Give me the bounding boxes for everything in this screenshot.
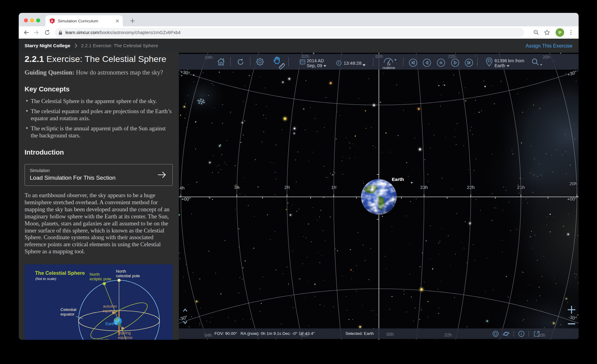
simulation-card-action: Load Simulation For This Section [30, 174, 116, 181]
figure-ceq-label-1: Celestial [60, 307, 76, 312]
ghost-grid-label: 02h [301, 332, 308, 337]
refresh-icon[interactable] [237, 58, 244, 67]
key-concept-item: The ecliptic is the annual apparent path… [25, 125, 174, 139]
figure-spring-label-1: spring [120, 331, 131, 335]
url-text: learn.simcur.com/books/astronomy/chapter… [65, 30, 181, 35]
zoom-in-plus-icon[interactable] [567, 305, 576, 315]
figure-title: The Celestial Sphere [35, 270, 85, 276]
favicon-angular-icon [49, 18, 55, 24]
key-concept-item: The celestial equator and poles are proj… [25, 108, 174, 122]
browser-tab[interactable]: Simulation Curriculum [45, 15, 123, 26]
figure-autumn-label-2: equinox [102, 308, 117, 313]
info-icon[interactable] [518, 331, 525, 338]
sim-date-year: 2014 AD [307, 58, 324, 63]
step-back-icon[interactable] [423, 59, 431, 68]
macos-close-button[interactable] [24, 18, 28, 22]
key-concept-item: The Celestial Sphere is the apparent sph… [25, 98, 174, 105]
page-title-rest: Exercise: The Celestial Sphere [44, 54, 166, 64]
breadcrumb-current: 2.2.1 Exercise: The Celestial Sphere [81, 43, 158, 48]
figure-ncp-dot [117, 279, 121, 282]
orbit-icon[interactable] [503, 331, 510, 338]
home-icon[interactable] [217, 58, 225, 67]
skip-to-end-icon[interactable] [465, 59, 473, 68]
pause-icon[interactable] [437, 59, 445, 68]
pan-down-chevron-icon[interactable] [183, 320, 187, 325]
ghost-grid-label: 00h [375, 54, 382, 59]
sim-date[interactable]: 2014 ADSep, 09 [307, 59, 326, 68]
figure-ncp-label-2: celestial pole [116, 274, 140, 278]
grid-label: 23h [420, 185, 428, 190]
introduction-paragraph: To an earthbound observer, the sky appea… [25, 192, 175, 255]
sim-rate-multiplier: 1x [387, 62, 391, 66]
sim-time[interactable]: 13:48:28 [344, 61, 361, 66]
lesson-panel: 2.2.1 Exercise: The Celestial Sphere Gui… [19, 53, 179, 340]
grid-label: 22h [467, 185, 475, 190]
simulation-card-label: Simulation [30, 168, 50, 173]
play-icon[interactable] [451, 59, 459, 68]
page-title-number: 2.2.1 [25, 54, 44, 64]
figure-ncp-label-1: North [116, 269, 126, 274]
zoom-out-minus-icon[interactable] [568, 320, 576, 326]
key-concepts-heading: Key Concepts [25, 85, 70, 93]
new-tab-button[interactable] [128, 17, 137, 25]
zoom-out-icon[interactable] [533, 29, 540, 36]
sim-location-body: Earth [495, 63, 505, 68]
sim-rate[interactable]: 1xrealtime [383, 63, 395, 70]
padlock-icon [59, 30, 62, 35]
breadcrumb-root-link[interactable]: Starry Night College [25, 43, 70, 48]
status-fov: FOV: 90.00° [214, 331, 237, 336]
search-caret-icon [540, 62, 542, 67]
time-dropdown-caret-icon[interactable] [362, 62, 366, 68]
status-selected: Selected: Earth [345, 331, 374, 336]
settings-gear-icon[interactable] [256, 58, 264, 67]
location-pin-icon[interactable] [486, 57, 493, 68]
forward-icon[interactable] [33, 29, 40, 36]
macos-minimize-button[interactable] [30, 18, 34, 22]
sim-time-value: 13:48:28 [344, 60, 361, 66]
ghost-grid-label: 04h [205, 55, 212, 60]
guiding-question-label: Guiding Question: [25, 69, 74, 76]
figure-ecliptic-label: ecliptic [97, 338, 110, 340]
calendar-icon[interactable] [300, 59, 305, 66]
ghost-grid-label: 00h [386, 332, 393, 337]
back-icon[interactable] [22, 29, 30, 36]
browser-menu-icon[interactable] [567, 29, 575, 36]
grid-label: 20h [569, 181, 577, 186]
sim-location-distance: 61398 km from [495, 58, 524, 63]
url-path: /books/astronomy/chapters/zmGZv6Pxb4 [99, 30, 181, 35]
ghost-grid-label: 22h [448, 54, 455, 59]
grid-label: 3h [234, 185, 240, 190]
skip-to-start-icon[interactable] [409, 59, 417, 68]
figure-earth-label: Earth [106, 321, 115, 326]
sim-location[interactable]: 61398 km fromEarth [495, 59, 524, 68]
figure-spring-label-2: equinox [118, 335, 133, 340]
search-icon[interactable] [531, 58, 539, 67]
assign-exercise-link[interactable]: Assign This Exercise [526, 43, 572, 49]
url-domain: learn.simcur.com [65, 30, 99, 35]
earth-label: Earth [392, 177, 404, 182]
arrow-right-icon [158, 171, 166, 178]
page-title: 2.2.1 Exercise: The Celestial Sphere [25, 54, 178, 64]
pan-up-chevron-icon[interactable] [183, 308, 187, 313]
measure-ruler-icon[interactable] [278, 62, 286, 72]
celestial-sphere-figure: The Celestial Sphere (Not to scale) [25, 264, 173, 340]
reload-icon[interactable] [44, 29, 51, 36]
figure-autumn-label-1: autumn [103, 304, 117, 308]
grid-label: +00° [567, 196, 577, 201]
url-field[interactable]: learn.simcur.com/books/astronomy/chapter… [55, 28, 524, 37]
load-simulation-card[interactable]: Simulation Load Simulation For This Sect… [25, 164, 173, 186]
macos-zoom-button[interactable] [36, 18, 40, 22]
avatar[interactable]: P [556, 28, 564, 37]
bookmark-star-icon[interactable] [543, 29, 551, 36]
guiding-question: Guiding Question: How do astronomers map… [25, 69, 175, 76]
center-target-icon[interactable] [492, 331, 499, 338]
tab-strip: Simulation Curriculum [19, 13, 579, 26]
grid-label: +00° [181, 196, 191, 201]
ghost-grid-label: 22h [444, 332, 451, 337]
ghost-grid-label: 20h [538, 333, 545, 338]
tab-close-icon[interactable] [114, 18, 120, 24]
grid-label: 4h [179, 185, 185, 190]
clock-icon[interactable] [336, 60, 341, 67]
ghost-grid-label: 04h [204, 333, 211, 338]
sky-simulator[interactable]: 3h2h1h23h22h21h4h20h+30°+00°-30°+30°+00°… [179, 53, 579, 340]
